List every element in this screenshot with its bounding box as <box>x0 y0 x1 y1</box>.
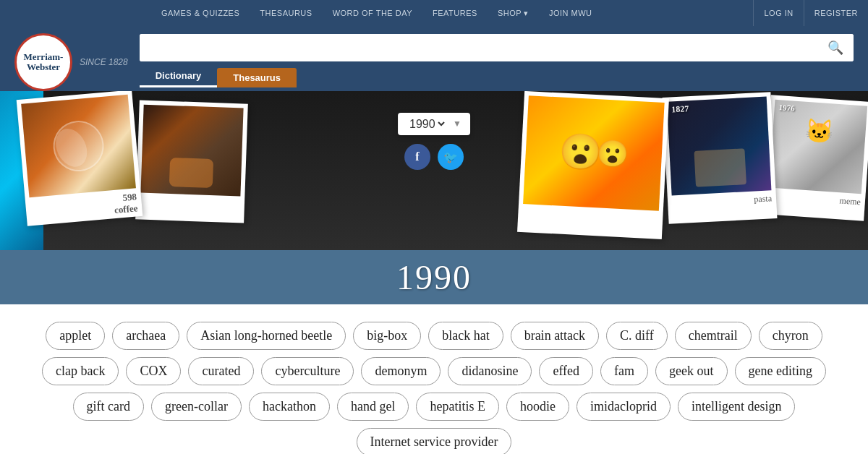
search-button[interactable]: 🔍 <box>817 34 854 61</box>
chevron-down-icon: ▼ <box>453 119 461 129</box>
photo-coffee-label: coffee <box>114 202 138 215</box>
word-pill[interactable]: big-box <box>353 322 421 350</box>
words-section: appletarchaeaAsian long-horned beetlebig… <box>0 304 868 454</box>
photo-cat: 1976 🐱 meme <box>762 95 868 220</box>
hero-banner: 598 coffee 😮 😮 1827 pasta <box>0 91 868 250</box>
word-pill[interactable]: archaea <box>112 322 179 350</box>
year-selector[interactable]: 1990 1991 1989 2000 2010 ▼ <box>398 113 470 135</box>
search-bar: 🔍 <box>140 34 854 61</box>
photo-pasta: 1827 pasta <box>663 92 778 224</box>
login-button[interactable]: LOG IN <box>753 0 803 26</box>
photo-cat-label: meme <box>839 195 861 207</box>
social-buttons: f 🐦 <box>404 144 464 170</box>
twitter-button[interactable]: 🐦 <box>438 144 464 170</box>
word-pill[interactable]: Internet service provider <box>357 428 512 454</box>
word-pill[interactable]: brain attack <box>511 322 599 350</box>
search-input[interactable] <box>140 34 817 61</box>
nav-auth: LOG IN REGISTER <box>753 0 868 26</box>
word-pill[interactable]: hackathon <box>249 393 330 421</box>
photo-pasta-label: pasta <box>754 193 772 204</box>
twitter-icon: 🐦 <box>443 150 458 164</box>
logo: Merriam- Webster <box>14 33 72 91</box>
facebook-button[interactable]: f <box>404 144 430 170</box>
word-pill[interactable]: clap back <box>42 357 119 385</box>
register-button[interactable]: REGISTER <box>804 0 868 26</box>
tab-dictionary[interactable]: Dictionary <box>140 66 218 87</box>
word-pill[interactable]: fam <box>600 357 648 385</box>
top-navigation: GAMES & QUIZZES THESAURUS WORD OF THE DA… <box>0 0 868 26</box>
search-tabs: Dictionary Thesaurus <box>140 66 854 87</box>
word-pill[interactable]: gift card <box>73 393 144 421</box>
word-pill[interactable]: imidacloprid <box>576 393 671 421</box>
word-pill[interactable]: COX <box>126 357 181 385</box>
word-pill[interactable]: cyberculture <box>261 357 354 385</box>
word-pill[interactable]: gene editing <box>735 357 826 385</box>
photo-coffee-year: 598 <box>122 191 137 203</box>
nav-item-wotd[interactable]: WORD OF THE DAY <box>323 0 422 26</box>
word-pill[interactable]: geek out <box>655 357 727 385</box>
photo-food <box>135 100 248 223</box>
search-icon: 🔍 <box>827 40 843 56</box>
year-title: 1990 <box>396 258 472 296</box>
word-pill[interactable]: didanosine <box>448 357 532 385</box>
facebook-icon: f <box>415 150 419 163</box>
nav-item-games[interactable]: GAMES & QUIZZES <box>151 0 250 26</box>
site-header: Merriam- Webster SINCE 1828 🔍 Dictionary… <box>0 26 868 91</box>
year-title-bar: 1990 <box>0 250 868 304</box>
words-grid: appletarchaeaAsian long-horned beetlebig… <box>22 322 846 454</box>
year-select-input[interactable]: 1990 1991 1989 2000 2010 <box>407 117 447 131</box>
word-pill[interactable]: intelligent design <box>678 393 795 421</box>
tab-thesaurus[interactable]: Thesaurus <box>217 68 297 87</box>
word-pill[interactable]: Asian long-horned beetle <box>187 322 346 350</box>
word-pill[interactable]: demonym <box>361 357 441 385</box>
logo-text: Merriam- Webster <box>24 52 64 73</box>
year-overlay: 1990 1991 1989 2000 2010 ▼ f 🐦 <box>398 113 470 170</box>
nav-item-thesaurus[interactable]: THESAURUS <box>250 0 322 26</box>
word-pill[interactable]: hepatitis E <box>416 393 498 421</box>
word-pill[interactable]: curated <box>188 357 254 385</box>
search-area: 🔍 Dictionary Thesaurus <box>140 34 854 90</box>
photo-coffee: 598 coffee <box>17 91 143 226</box>
word-pill[interactable]: applet <box>46 322 105 350</box>
word-pill[interactable]: hand gel <box>337 393 409 421</box>
word-pill[interactable]: C. diff <box>606 322 668 350</box>
word-pill[interactable]: green-collar <box>151 393 242 421</box>
photo-emoji: 😮 😮 <box>517 91 669 239</box>
word-pill[interactable]: effed <box>539 357 593 385</box>
word-pill[interactable]: black hat <box>428 322 503 350</box>
nav-item-features[interactable]: FEATURES <box>422 0 488 26</box>
nav-item-shop[interactable]: SHOP ▾ <box>488 0 539 26</box>
word-pill[interactable]: hoodie <box>506 393 569 421</box>
word-pill[interactable]: chyron <box>759 322 822 350</box>
nav-items: GAMES & QUIZZES THESAURUS WORD OF THE DA… <box>0 0 753 26</box>
nav-item-join[interactable]: JOIN MWU <box>539 0 603 26</box>
logo-since: SINCE 1828 <box>80 57 128 67</box>
word-pill[interactable]: chemtrail <box>675 322 752 350</box>
logo-container: Merriam- Webster SINCE 1828 <box>14 33 128 91</box>
